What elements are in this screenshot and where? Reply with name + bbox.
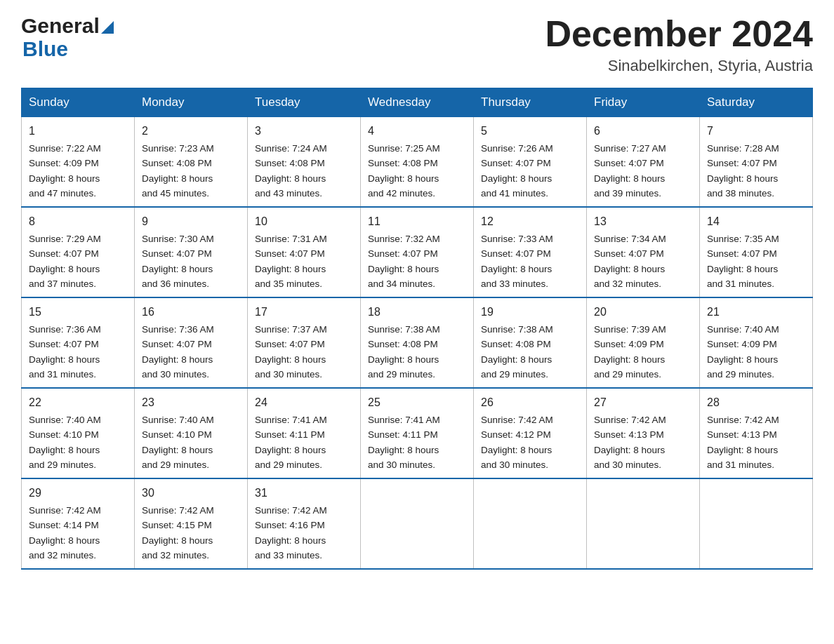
column-header-friday: Friday <box>587 88 700 117</box>
day-info: Sunrise: 7:40 AMSunset: 4:09 PMDaylight:… <box>707 324 779 380</box>
calendar-cell: 17Sunrise: 7:37 AMSunset: 4:07 PMDayligh… <box>248 297 361 388</box>
day-info: Sunrise: 7:32 AMSunset: 4:07 PMDaylight:… <box>368 234 440 289</box>
day-number: 25 <box>368 394 466 411</box>
day-number: 8 <box>29 213 127 230</box>
day-info: Sunrise: 7:41 AMSunset: 4:11 PMDaylight:… <box>368 415 440 470</box>
day-info: Sunrise: 7:38 AMSunset: 4:08 PMDaylight:… <box>481 324 553 380</box>
day-number: 18 <box>368 304 466 321</box>
calendar-cell <box>587 478 700 569</box>
day-info: Sunrise: 7:38 AMSunset: 4:08 PMDaylight:… <box>368 324 440 380</box>
day-number: 14 <box>707 213 805 230</box>
day-number: 26 <box>481 394 579 411</box>
day-info: Sunrise: 7:37 AMSunset: 4:07 PMDaylight:… <box>255 324 327 380</box>
day-info: Sunrise: 7:42 AMSunset: 4:12 PMDaylight:… <box>481 415 553 470</box>
day-number: 19 <box>481 304 579 321</box>
day-info: Sunrise: 7:36 AMSunset: 4:07 PMDaylight:… <box>29 324 101 380</box>
column-header-wednesday: Wednesday <box>361 88 474 117</box>
day-info: Sunrise: 7:42 AMSunset: 4:15 PMDaylight:… <box>142 505 214 561</box>
day-info: Sunrise: 7:33 AMSunset: 4:07 PMDaylight:… <box>481 234 553 289</box>
calendar-cell: 28Sunrise: 7:42 AMSunset: 4:13 PMDayligh… <box>700 388 813 478</box>
calendar-cell: 4Sunrise: 7:25 AMSunset: 4:08 PMDaylight… <box>361 117 474 208</box>
calendar-cell: 26Sunrise: 7:42 AMSunset: 4:12 PMDayligh… <box>474 388 587 478</box>
day-number: 4 <box>368 123 466 140</box>
column-header-sunday: Sunday <box>22 88 135 117</box>
day-info: Sunrise: 7:41 AMSunset: 4:11 PMDaylight:… <box>255 415 327 470</box>
day-info: Sunrise: 7:42 AMSunset: 4:13 PMDaylight:… <box>594 415 666 470</box>
calendar-cell <box>361 478 474 569</box>
day-number: 5 <box>481 123 579 140</box>
calendar-cell: 29Sunrise: 7:42 AMSunset: 4:14 PMDayligh… <box>22 478 135 569</box>
day-info: Sunrise: 7:22 AMSunset: 4:09 PMDaylight:… <box>29 143 101 199</box>
calendar-cell: 13Sunrise: 7:34 AMSunset: 4:07 PMDayligh… <box>587 207 700 297</box>
header-row: SundayMondayTuesdayWednesdayThursdayFrid… <box>22 88 813 117</box>
day-number: 24 <box>255 394 353 411</box>
day-info: Sunrise: 7:40 AMSunset: 4:10 PMDaylight:… <box>29 415 101 470</box>
logo-triangle-icon <box>101 21 114 34</box>
day-number: 15 <box>29 304 127 321</box>
day-info: Sunrise: 7:34 AMSunset: 4:07 PMDaylight:… <box>594 234 666 289</box>
calendar-cell: 10Sunrise: 7:31 AMSunset: 4:07 PMDayligh… <box>248 207 361 297</box>
logo-area: General Blue <box>21 14 114 60</box>
day-info: Sunrise: 7:40 AMSunset: 4:10 PMDaylight:… <box>142 415 214 470</box>
day-number: 21 <box>707 304 805 321</box>
day-number: 16 <box>142 304 240 321</box>
calendar-cell: 14Sunrise: 7:35 AMSunset: 4:07 PMDayligh… <box>700 207 813 297</box>
logo-general-text: General <box>21 14 100 37</box>
day-info: Sunrise: 7:42 AMSunset: 4:16 PMDaylight:… <box>255 505 327 561</box>
calendar-cell: 25Sunrise: 7:41 AMSunset: 4:11 PMDayligh… <box>361 388 474 478</box>
page-header: General Blue December 2024 Sinabelkirche… <box>21 14 813 75</box>
logo: General Blue <box>21 14 114 60</box>
calendar-cell: 15Sunrise: 7:36 AMSunset: 4:07 PMDayligh… <box>22 297 135 388</box>
day-number: 6 <box>594 123 692 140</box>
calendar-cell: 24Sunrise: 7:41 AMSunset: 4:11 PMDayligh… <box>248 388 361 478</box>
day-number: 23 <box>142 394 240 411</box>
calendar-cell: 18Sunrise: 7:38 AMSunset: 4:08 PMDayligh… <box>361 297 474 388</box>
day-info: Sunrise: 7:25 AMSunset: 4:08 PMDaylight:… <box>368 143 440 199</box>
calendar-cell: 8Sunrise: 7:29 AMSunset: 4:07 PMDaylight… <box>22 207 135 297</box>
day-info: Sunrise: 7:24 AMSunset: 4:08 PMDaylight:… <box>255 143 327 199</box>
calendar-cell: 1Sunrise: 7:22 AMSunset: 4:09 PMDaylight… <box>22 117 135 208</box>
day-number: 1 <box>29 123 127 140</box>
day-info: Sunrise: 7:26 AMSunset: 4:07 PMDaylight:… <box>481 143 553 199</box>
calendar-cell: 12Sunrise: 7:33 AMSunset: 4:07 PMDayligh… <box>474 207 587 297</box>
calendar-cell: 7Sunrise: 7:28 AMSunset: 4:07 PMDaylight… <box>700 117 813 208</box>
day-info: Sunrise: 7:42 AMSunset: 4:14 PMDaylight:… <box>29 505 101 561</box>
day-number: 3 <box>255 123 353 140</box>
calendar-cell: 5Sunrise: 7:26 AMSunset: 4:07 PMDaylight… <box>474 117 587 208</box>
day-number: 10 <box>255 213 353 230</box>
day-number: 28 <box>707 394 805 411</box>
calendar-cell: 27Sunrise: 7:42 AMSunset: 4:13 PMDayligh… <box>587 388 700 478</box>
column-header-tuesday: Tuesday <box>248 88 361 117</box>
column-header-thursday: Thursday <box>474 88 587 117</box>
day-number: 7 <box>707 123 805 140</box>
day-info: Sunrise: 7:29 AMSunset: 4:07 PMDaylight:… <box>29 234 101 289</box>
day-info: Sunrise: 7:30 AMSunset: 4:07 PMDaylight:… <box>142 234 214 289</box>
title-area: December 2024 Sinabelkirchen, Styria, Au… <box>545 14 813 75</box>
day-info: Sunrise: 7:23 AMSunset: 4:08 PMDaylight:… <box>142 143 214 199</box>
month-title: December 2024 <box>545 14 813 54</box>
week-row-3: 15Sunrise: 7:36 AMSunset: 4:07 PMDayligh… <box>22 297 813 388</box>
day-info: Sunrise: 7:35 AMSunset: 4:07 PMDaylight:… <box>707 234 779 289</box>
calendar-cell: 9Sunrise: 7:30 AMSunset: 4:07 PMDaylight… <box>135 207 248 297</box>
calendar-cell: 19Sunrise: 7:38 AMSunset: 4:08 PMDayligh… <box>474 297 587 388</box>
column-header-monday: Monday <box>135 88 248 117</box>
calendar-cell: 30Sunrise: 7:42 AMSunset: 4:15 PMDayligh… <box>135 478 248 569</box>
calendar-cell: 31Sunrise: 7:42 AMSunset: 4:16 PMDayligh… <box>248 478 361 569</box>
logo-row1: General <box>21 14 114 37</box>
calendar-cell: 3Sunrise: 7:24 AMSunset: 4:08 PMDaylight… <box>248 117 361 208</box>
calendar-cell <box>700 478 813 569</box>
calendar-cell: 2Sunrise: 7:23 AMSunset: 4:08 PMDaylight… <box>135 117 248 208</box>
day-number: 22 <box>29 394 127 411</box>
day-number: 30 <box>142 485 240 502</box>
calendar-body: 1Sunrise: 7:22 AMSunset: 4:09 PMDaylight… <box>22 117 813 570</box>
calendar-cell <box>474 478 587 569</box>
day-number: 17 <box>255 304 353 321</box>
calendar-cell: 11Sunrise: 7:32 AMSunset: 4:07 PMDayligh… <box>361 207 474 297</box>
day-number: 27 <box>594 394 692 411</box>
calendar-header: SundayMondayTuesdayWednesdayThursdayFrid… <box>22 88 813 117</box>
day-info: Sunrise: 7:42 AMSunset: 4:13 PMDaylight:… <box>707 415 779 470</box>
calendar-cell: 23Sunrise: 7:40 AMSunset: 4:10 PMDayligh… <box>135 388 248 478</box>
logo-blue-text: Blue <box>21 37 114 60</box>
day-number: 31 <box>255 485 353 502</box>
day-info: Sunrise: 7:39 AMSunset: 4:09 PMDaylight:… <box>594 324 666 380</box>
